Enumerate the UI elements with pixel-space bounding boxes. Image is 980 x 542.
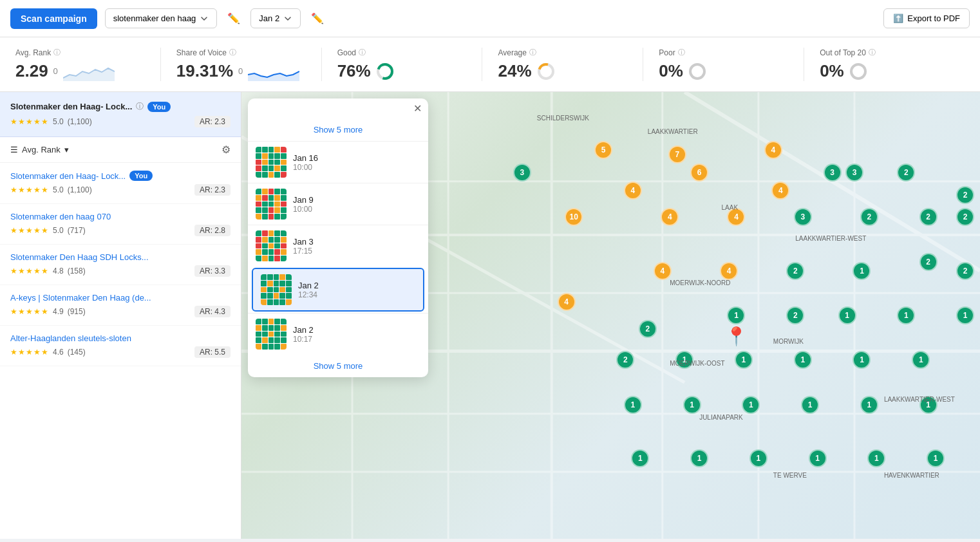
grid-cell [286,274,292,280]
date-dropdown[interactable]: Jan 2 [250,8,301,28]
competitor-item[interactable]: Slotenmaker den haag 070 ★★★★★ 5.0 (717)… [0,204,241,245]
good-value: 76% [337,61,371,81]
map-dot[interactable]: 2 [897,164,915,182]
sov-info-icon[interactable]: ⓘ [229,48,236,57]
map-dot[interactable]: 1 [631,449,649,467]
scan-grid [256,189,287,220]
campaign-dropdown[interactable]: slotenmaker den haag [105,8,218,28]
avg-rank-info-icon[interactable]: ⓘ [53,48,61,57]
edit-date-icon[interactable]: ✏️ [308,10,326,27]
competitor-rating: 5.0 [53,185,64,194]
popup-scan-item[interactable]: Jan 2 12:34 [252,268,424,312]
map-dot[interactable]: 1 [927,449,945,467]
map-dot[interactable]: 1 [735,351,753,369]
grid-cell [267,274,273,280]
map-dot[interactable]: 1 [794,351,812,369]
scan-campaign-button[interactable]: Scan campaign [10,8,97,29]
map-dot[interactable]: 3 [824,164,842,182]
sort-dropdown[interactable]: ☰ Avg. Rank ▾ [10,145,69,154]
competitor-item[interactable]: Slotenmaker den Haag- Lock... You ★★★★★ … [0,163,241,204]
export-pdf-button[interactable]: ⬆️ Export to PDF [883,8,970,28]
map-dot[interactable]: 1 [912,351,930,369]
popup-scan-item[interactable]: Jan 16 10:00 [248,141,428,183]
poor-donut [688,62,706,80]
map-dot[interactable]: 3 [845,164,863,182]
map-dot[interactable]: 1 [838,306,856,324]
map-dot[interactable]: 1 [956,306,974,324]
edit-campaign-icon[interactable]: ✏️ [225,10,243,27]
map-dot[interactable]: 2 [919,208,938,226]
map-dot[interactable]: 4 [764,141,782,159]
map-dot[interactable]: 1 [801,396,819,414]
competitor-ar: AR: 2.3 [194,184,231,196]
map-dot[interactable]: 4 [624,182,642,200]
popup-scan-item[interactable]: Jan 2 10:17 [248,313,428,355]
map-dot[interactable]: 2 [639,320,657,338]
map-dot[interactable]: 3 [513,164,531,182]
popup-show-more-top-button[interactable]: Show 5 more [248,118,428,141]
grid-cell [262,256,268,261]
avg-rank-value: 2.29 [15,61,48,81]
map-dot[interactable]: 1 [897,306,915,324]
map-dot[interactable]: 4 [654,262,672,280]
sort-chevron: ▾ [64,145,69,154]
average-info-icon[interactable]: ⓘ [529,48,536,57]
you-badge: You [147,102,171,112]
map-dot[interactable]: 2 [956,262,974,280]
good-info-icon[interactable]: ⓘ [359,48,366,57]
map-label-havenkwartier: HAVENKWARTIER [884,472,939,479]
map-dot[interactable]: 2 [860,208,878,226]
grid-cell [256,195,261,201]
map-dot[interactable]: 2 [956,208,974,226]
grid-cell [279,293,285,299]
map-dot[interactable]: 1 [727,306,745,324]
map-dot[interactable]: 4 [771,182,789,200]
map-dot[interactable]: 1 [809,449,827,467]
grid-cell [269,344,274,350]
competitor-item[interactable]: A-keys | Slotenmaker Den Haag (de... ★★★… [0,285,241,326]
top20-info-icon[interactable]: ⓘ [869,48,876,57]
map-dot[interactable]: 1 [624,396,642,414]
sov-value: 19.31% [176,61,233,81]
business-info-icon[interactable]: ⓘ [136,101,144,112]
map-dot[interactable]: 5 [594,141,612,159]
map-dot[interactable]: 4 [720,262,738,280]
map-label-laakkwartier-west2: LAAKKWARTIER-WEST [884,396,955,403]
grid-cell [267,281,273,286]
map-dot[interactable]: 2 [786,306,804,324]
popup-close-button[interactable]: ✕ [413,102,422,115]
settings-icon[interactable]: ⚙ [221,144,231,156]
popup-show-more-bottom-button[interactable]: Show 5 more [248,355,428,377]
map-dot[interactable]: 1 [749,449,768,467]
map-dot[interactable]: 1 [690,449,708,467]
map-dot[interactable]: 2 [786,262,804,280]
map-dot[interactable]: 3 [794,208,812,226]
competitor-item[interactable]: Slotenmaker Den Haag SDH Locks... ★★★★★ … [0,245,241,285]
map-dot[interactable]: 1 [867,449,885,467]
map-dot[interactable]: 2 [919,253,938,271]
map-dot[interactable]: 1 [742,396,760,414]
map-dot[interactable]: 10 [565,208,583,226]
grid-cell [261,293,267,299]
map-dot[interactable]: 4 [558,293,576,311]
map-dot[interactable]: 1 [853,262,871,280]
popup-scan-item[interactable]: Jan 9 10:00 [248,183,428,225]
map-dot[interactable]: 7 [668,145,686,164]
map-area[interactable]: 3576434410443222232442122421211121111111… [241,92,980,539]
map-dot[interactable]: 4 [661,208,679,226]
competitor-stars: ★★★★★ [10,226,49,235]
map-dot[interactable]: 1 [683,396,701,414]
map-dot[interactable]: 1 [860,396,878,414]
grid-cell [274,195,280,201]
map-dot[interactable]: 2 [956,186,974,204]
scan-thumbnail [256,319,287,350]
grid-cell [262,153,268,159]
competitor-item[interactable]: Alter-Haaglanden sleutels-sloten ★★★★★ 4… [0,326,241,366]
map-dot[interactable]: 6 [690,164,708,182]
map-dot[interactable]: 4 [727,208,745,226]
map-dot[interactable]: 1 [853,351,871,369]
popup-scan-item[interactable]: Jan 3 17:15 [248,225,428,266]
poor-info-icon[interactable]: ⓘ [678,48,685,57]
map-dot[interactable]: 2 [616,351,634,369]
grid-cell [286,287,292,293]
